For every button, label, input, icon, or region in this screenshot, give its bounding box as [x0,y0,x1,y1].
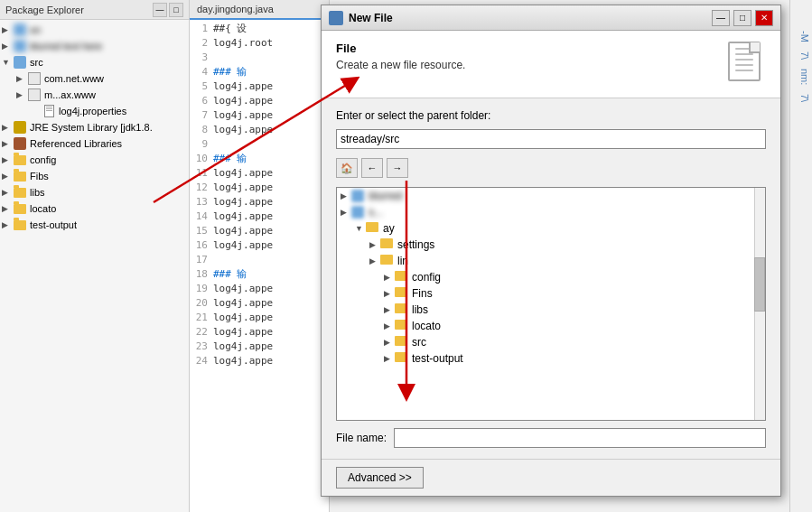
dialog-tree-label-6: Fins [412,287,433,300]
sidebar-text-1: -M [790,27,812,46]
pkg-tree-item-7[interactable]: ▶Referenced Libraries [0,135,189,152]
line-num-3: 4 [190,65,213,79]
tree-label-0: on [30,24,41,35]
line-num-9: 10 [190,152,213,166]
pkg-tree-item-6[interactable]: ▶JRE System Library [jdk1.8. [0,119,189,135]
dialog-tree-label-0: blurred [369,190,402,202]
pkg-tree-item-11[interactable]: ▶locato [0,200,189,217]
dialog-tree-item-7[interactable]: ▶libs [337,302,765,318]
code-line-0: 1##{ 设 [190,22,329,36]
tree-icon-4 [27,88,42,102]
dialog-tree-icon-7 [395,303,409,316]
pkg-tree-item-9[interactable]: ▶Fibs [0,168,189,184]
dialog-tree-item-10[interactable]: ▶test-output [337,350,765,367]
pkg-tree-item-1[interactable]: ▶blurred text here [0,38,189,54]
path-input[interactable] [336,129,766,149]
code-line-8: 9 [190,137,329,152]
line-num-22: 23 [190,340,213,354]
dialog-content: Enter or select the parent folder: 🏠 ← →… [322,98,780,459]
pkg-tree-item-5[interactable]: log4j.properties [0,103,189,119]
code-line-4: 5log4j.appe [190,79,329,94]
code-line-22: 23log4j.appe [190,340,329,354]
dialog-footer: Advanced >> [322,459,780,496]
editor-tab[interactable]: day.jingdong.java [190,0,329,20]
dialog-tree-item-8[interactable]: ▶locato [337,318,765,334]
tree-icon-0 [13,23,27,37]
pkg-tree-item-10[interactable]: ▶libs [0,184,189,200]
dialog-minimize-btn[interactable]: — [712,10,730,26]
filename-input[interactable] [394,428,766,448]
pkg-tree-item-12[interactable]: ▶test-output [0,217,189,233]
tree-icon-1 [13,39,27,53]
line-code-19: log4j.appe [213,296,273,311]
dialog-tree-item-9[interactable]: ▶src [337,334,765,350]
line-num-1: 2 [190,36,213,51]
pkg-tree-item-0[interactable]: ▶on [0,22,189,38]
advanced-button[interactable]: Advanced >> [336,467,424,489]
code-line-7: 8log4j.appe [190,123,329,137]
code-line-14: 15log4j.appe [190,224,329,238]
line-code-21: log4j.appe [213,325,273,340]
line-code-13: log4j.appe [213,209,273,224]
dialog-tree-icon-10 [395,352,409,365]
package-tree: ▶on▶blurred text here▼src▶com.net.www▶m.… [0,20,189,512]
tree-icon-3 [27,71,42,86]
dialog-tree-item-2[interactable]: ▼ay [337,220,765,237]
pkg-tree-item-2[interactable]: ▼src [0,54,189,70]
code-line-20: 21log4j.appe [190,311,329,325]
line-num-18: 19 [190,282,213,296]
line-code-4: log4j.appe [213,79,273,94]
maximize-panel-btn[interactable]: □ [169,3,183,17]
pkg-tree-item-8[interactable]: ▶config [0,152,189,168]
dialog-tree-item-1[interactable]: ▶s... [337,204,765,220]
pkg-tree-item-3[interactable]: ▶com.net.www [0,70,189,87]
dialog-section-text: File Create a new file resource. [336,42,717,71]
dialog-tree-item-3[interactable]: ▶settings [337,237,765,253]
dialog-tree-item-6[interactable]: ▶Fins [337,285,765,302]
dialog-top-section: File Create a new file resource. [322,31,780,98]
line-code-17: ### 输 [213,267,247,282]
line-code-5: log4j.appe [213,94,273,108]
tree-icon-12 [13,218,27,232]
tree-label-1: blurred text here [30,41,102,51]
line-code-12: log4j.appe [213,195,273,209]
line-code-3: ### 输 [213,65,247,79]
dialog-section-title: File [336,42,717,55]
home-btn[interactable]: 🏠 [336,158,358,178]
dialog-tree-item-5[interactable]: ▶config [337,269,765,285]
line-code-0: ##{ 设 [213,22,247,36]
dialog-title-text: New File [349,12,393,24]
right-sidebar: -M 7\ nm: 7\ [789,0,812,512]
dialog-close-btn[interactable]: ✕ [755,10,773,26]
package-explorer: Package Explorer — □ ▶on▶blurred text he… [0,0,190,512]
tree-label-5: log4j.properties [59,106,126,116]
pkg-tree-item-4[interactable]: ▶m...ax.www [0,87,189,103]
dialog-tree-item-0[interactable]: ▶blurred [337,188,765,204]
tree-icon-9 [13,169,27,183]
forward-btn[interactable]: → [387,158,408,178]
dialog-tree-icon-0 [351,190,366,202]
sidebar-text-3: nm: [790,65,812,88]
dialog-tree-label-5: config [412,271,441,284]
code-line-9: 10### 输 [190,152,329,166]
back-btn[interactable]: ← [361,158,383,178]
minimize-panel-btn[interactable]: — [153,3,167,17]
scrollbar-thumb[interactable] [754,257,765,312]
dialog-tree-label-1: s... [369,206,383,219]
line-num-6: 7 [190,108,213,123]
panel-title: Package Explorer [5,5,84,15]
dialog-titlebar: New File — □ ✕ [322,5,780,31]
line-num-11: 12 [190,181,213,195]
code-line-16: 17 [190,253,329,267]
line-num-19: 20 [190,296,213,311]
line-num-16: 17 [190,253,213,267]
line-code-6: log4j.appe [213,108,273,123]
dialog-maximize-btn[interactable]: □ [733,10,751,26]
tree-label-8: config [30,154,56,165]
tree-scrollbar[interactable] [754,188,765,420]
dialog-tree-label-2: ay [383,222,395,235]
dialog-tree-item-4[interactable]: ▶lin [337,253,765,269]
tree-icon-11 [13,201,27,216]
code-line-21: 22log4j.appe [190,325,329,340]
code-line-2: 3 [190,51,329,65]
